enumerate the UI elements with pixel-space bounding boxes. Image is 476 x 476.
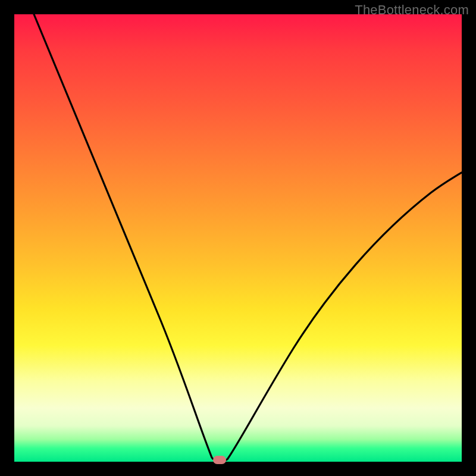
- chart-frame: TheBottleneck.com: [0, 0, 476, 476]
- plot-area: [14, 14, 462, 462]
- optimum-marker: [213, 456, 226, 464]
- bottleneck-curve: [14, 14, 462, 462]
- watermark-text: TheBottleneck.com: [355, 2, 469, 18]
